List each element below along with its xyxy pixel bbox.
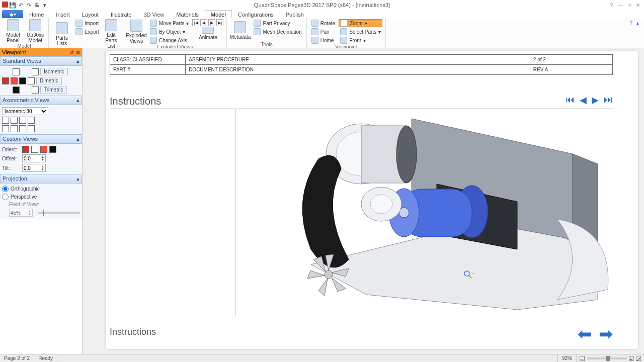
- ribbon-collapse-icon[interactable]: ▴: [636, 20, 639, 46]
- axo-cube[interactable]: [2, 125, 9, 132]
- isometric-button[interactable]: Isometric: [40, 68, 68, 75]
- next-frame-icon[interactable]: ▶: [208, 19, 215, 26]
- last-step-icon[interactable]: ⏭: [604, 95, 613, 106]
- close-icon[interactable]: ✕: [636, 3, 640, 8]
- orient-cube[interactable]: [31, 146, 38, 153]
- tab-publish[interactable]: Publish: [280, 10, 310, 18]
- std-view-cube[interactable]: [19, 77, 26, 84]
- axo-cube[interactable]: [28, 117, 35, 124]
- model-panel-button[interactable]: Model Panel: [3, 19, 23, 43]
- front-view-button[interactable]: Front ▾: [339, 36, 382, 44]
- class-cell[interactable]: CLASS: CLASSIFIED: [110, 55, 186, 65]
- pin-icon[interactable]: 📌 ✕: [68, 50, 80, 55]
- section-standard-views[interactable]: Standard Views▴: [0, 56, 82, 66]
- rotate-button[interactable]: Rotate: [310, 19, 337, 27]
- first-frame-icon[interactable]: |◀: [192, 19, 199, 26]
- part-privacy-button[interactable]: Part Privacy: [252, 19, 303, 27]
- select-parts-button[interactable]: Select Parts ▾: [339, 28, 382, 36]
- export-button[interactable]: Export: [74, 28, 101, 36]
- tab-home[interactable]: Home: [23, 10, 50, 18]
- save-icon[interactable]: 💾: [9, 2, 16, 9]
- qat-dropdown-icon[interactable]: ▾: [41, 2, 48, 9]
- orient-cube[interactable]: [40, 146, 47, 153]
- std-view-cube[interactable]: [13, 68, 20, 75]
- std-view-cube[interactable]: [11, 77, 18, 84]
- dimetric-button[interactable]: Dimetric: [36, 77, 62, 84]
- tab-layout[interactable]: Layout: [76, 10, 105, 18]
- zoom-slider[interactable]: − + ⤢: [577, 356, 644, 361]
- help-icon[interactable]: ?: [610, 3, 613, 8]
- viewpoint-panel-header[interactable]: Viewpoint 📌 ✕: [0, 48, 82, 56]
- exploded-views-button[interactable]: Exploded Views: [126, 19, 146, 44]
- orient-cube[interactable]: [49, 146, 56, 153]
- minimize-icon[interactable]: —: [618, 3, 623, 8]
- import-button[interactable]: Import: [74, 19, 101, 27]
- orthographic-radio[interactable]: Orthographic: [2, 186, 80, 192]
- tri-cube-icon[interactable]: [32, 86, 39, 94]
- print-icon[interactable]: 🖶: [33, 2, 40, 9]
- tab-model[interactable]: Model: [205, 10, 232, 18]
- orient-cube[interactable]: [22, 146, 29, 153]
- axo-preset-select[interactable]: Isometric 30: [2, 107, 48, 115]
- axo-cube[interactable]: [11, 117, 18, 124]
- zoom-button[interactable]: Zoom ▾: [339, 19, 382, 27]
- tab-illustrate[interactable]: Illustrate: [105, 10, 138, 18]
- prev-page-arrow-icon[interactable]: ⬅: [578, 324, 592, 344]
- edit-parts-list-button[interactable]: Edit Parts List: [103, 19, 120, 49]
- ribbon-help-icon[interactable]: ?: [629, 20, 632, 46]
- tab-materials[interactable]: Materials: [170, 10, 205, 18]
- assembly-cell[interactable]: ASSEMBLY PROCEDURE: [186, 55, 530, 65]
- page-cell[interactable]: 2 of 2: [530, 55, 612, 65]
- last-frame-icon[interactable]: ▶|: [216, 19, 223, 26]
- fov-slider[interactable]: [38, 212, 80, 214]
- rev-cell[interactable]: REV A: [530, 65, 612, 75]
- axo-cube[interactable]: [19, 125, 26, 132]
- redo-icon[interactable]: ↷: [25, 2, 32, 9]
- status-zoom[interactable]: 92%: [558, 354, 577, 362]
- axo-cube[interactable]: [19, 117, 26, 124]
- zoom-fit-icon[interactable]: ⤢: [636, 356, 641, 361]
- tab-configurations[interactable]: Configurations: [232, 10, 280, 18]
- std-view-cube[interactable]: [13, 86, 20, 94]
- axo-cube[interactable]: [28, 125, 35, 132]
- partnum-cell[interactable]: PART #: [110, 65, 186, 75]
- undo-icon[interactable]: ↶: [17, 2, 24, 9]
- tab-3dview[interactable]: 3D View: [137, 10, 170, 18]
- prev-frame-icon[interactable]: ◀: [200, 19, 207, 26]
- metadata-button[interactable]: Metadata: [230, 19, 250, 42]
- std-view-cube[interactable]: [2, 77, 9, 84]
- prev-step-icon[interactable]: ◀: [580, 95, 587, 106]
- section-custom-views[interactable]: Custom Views▴: [0, 134, 82, 144]
- trimetric-button[interactable]: Trimetric: [40, 86, 67, 94]
- change-axis-button[interactable]: Change Axis: [148, 36, 191, 44]
- next-step-icon[interactable]: ▶: [592, 95, 599, 106]
- animate-playback[interactable]: |◀ ◀ ▶ ▶|: [192, 19, 223, 26]
- maximize-icon[interactable]: □: [628, 3, 631, 8]
- app-menu-button[interactable]: ◆▾: [2, 10, 23, 18]
- animate-button[interactable]: Animate: [198, 27, 218, 40]
- parts-lists-button[interactable]: Parts Lists: [52, 19, 72, 49]
- up-axis-model-button[interactable]: Up Axis Model: [25, 19, 45, 43]
- move-parts-button[interactable]: Move Parts ▾: [148, 19, 191, 27]
- axo-cube[interactable]: [2, 117, 9, 124]
- axo-cube[interactable]: [11, 125, 18, 132]
- di-cube-icon[interactable]: [28, 77, 35, 84]
- 3d-viewport[interactable]: +: [235, 109, 613, 316]
- tab-insert[interactable]: Insert: [50, 10, 76, 18]
- offset-spinner[interactable]: ▲▼: [22, 154, 46, 162]
- home-view-button[interactable]: Home: [310, 36, 337, 44]
- zoom-in-icon[interactable]: +: [629, 356, 634, 361]
- section-axo-views[interactable]: Axonometric Views▴: [0, 96, 82, 105]
- pan-button[interactable]: Pan: [310, 28, 337, 36]
- zoom-out-icon[interactable]: −: [580, 356, 585, 361]
- fov-spinner[interactable]: ▲▼: [9, 209, 33, 217]
- next-page-arrow-icon[interactable]: ➡: [599, 324, 613, 344]
- mesh-decimation-button[interactable]: Mesh Decimation: [252, 28, 303, 36]
- docdesc-cell[interactable]: DOCUMENT DESCRIPTION: [186, 65, 530, 75]
- section-projection[interactable]: Projection▴: [0, 174, 82, 184]
- perspective-radio[interactable]: Perspective: [2, 194, 80, 200]
- tilt-spinner[interactable]: ▲▼: [22, 164, 46, 172]
- by-object-button[interactable]: By Object ▾: [148, 28, 191, 36]
- iso-cube-icon[interactable]: [32, 68, 39, 75]
- first-step-icon[interactable]: ⏮: [566, 95, 575, 106]
